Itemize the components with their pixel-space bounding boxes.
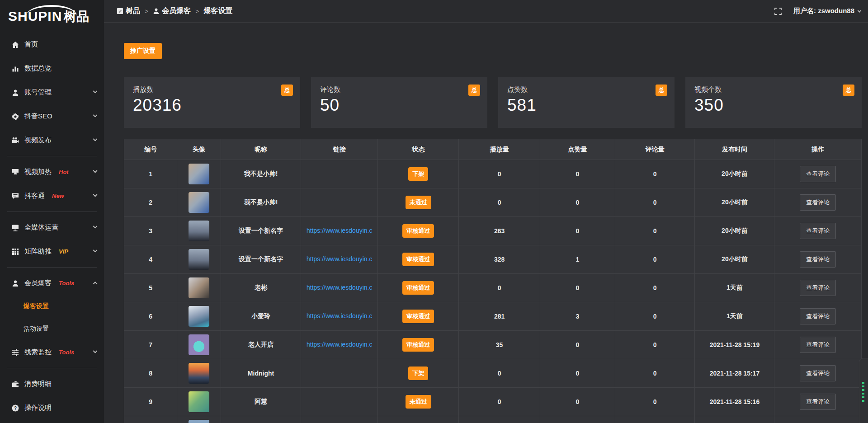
avatar [189,363,209,384]
video-camera-icon [12,137,19,144]
sidebar-item-video-publish[interactable]: 视频发布 [0,128,104,152]
sidebar-item-consumption-detail[interactable]: 消费明细 [0,372,104,396]
cell-publish-time: 2021-11-28 15:19 [695,331,774,359]
status-badge[interactable]: 下架 [408,167,428,181]
cell-comments: 0 [615,388,695,416]
divider [7,212,97,212]
cell-publish-time: 2021-11-28 15:17 [695,359,774,388]
sidebar-subitem-activity-settings[interactable]: 活动设置 [0,318,104,340]
cell-nickname: 阿慧 [221,388,301,416]
sidebar-item-douyin-seo[interactable]: 抖音SEO [0,104,104,128]
stat-label: 点赞数 [507,85,665,94]
username-label: 用户名: zswodun88 [793,7,854,15]
sidebar-item-matrix-boost[interactable]: 矩阵助推 VIP [0,240,104,263]
sidebar-item-omnimedia[interactable]: 全媒体运营 [0,216,104,240]
video-link[interactable]: https://www.iesdouyin.c [307,312,373,320]
cell-comments: 0 [615,160,695,188]
chevron-down-icon [93,248,98,253]
table-row: 1 我不是小帅! 下架 0 0 0 20小时前 查看评论 [124,160,862,188]
avatar [189,164,209,184]
cell-plays: 0 [459,359,540,388]
view-comments-button[interactable]: 查看评论 [800,365,836,381]
cell-comments: 0 [615,188,695,217]
sidebar-item-clue-monitor[interactable]: 线索监控 Tools [0,340,104,364]
stat-value: 581 [507,96,665,115]
bar-chart-icon [12,65,19,72]
view-comments-button[interactable]: 查看评论 [800,394,836,410]
cell-comments: 0 [615,274,695,302]
status-badge[interactable]: 审核通过 [402,224,434,238]
divider [7,368,97,368]
dock-strip [862,382,864,402]
sidebar-item-instructions[interactable]: ? 操作说明 [0,396,104,420]
cell-likes: 0 [540,160,615,188]
svg-text:?: ? [14,405,17,410]
monitor-icon [12,169,19,176]
video-link[interactable]: https://www.iesdouyin.c [307,255,373,263]
promo-settings-button[interactable]: 推广设置 [124,43,162,59]
col-likes: 点赞量 [540,139,615,160]
status-badge[interactable]: 下架 [408,367,428,380]
view-comments-button[interactable]: 查看评论 [800,308,836,324]
fullscreen-icon[interactable] [774,8,782,15]
status-badge[interactable]: 审核通过 [402,338,434,352]
cell-plays: 328 [459,245,540,274]
cell-likes: 1 [540,245,615,274]
sidebar-item-douketong[interactable]: 抖客通 New [0,184,104,208]
view-comments-button[interactable]: 查看评论 [800,280,836,296]
main-area: 树品 > 会员爆客 > 爆客设置 用户名: zswodun88 推广设置 [104,0,868,423]
sidebar-subitem-label: 活动设置 [24,325,49,333]
cell-nickname: 我不是小帅! [221,160,301,188]
breadcrumb-label: 爆客设置 [203,6,232,16]
avatar [189,249,209,270]
gear-icon [12,113,19,120]
cell-nickname [221,416,301,423]
total-badge: 总 [656,85,667,96]
status-badge[interactable]: 审核通过 [402,281,434,295]
col-comments: 评论量 [615,139,695,160]
video-link[interactable]: https://www.iesdouyin.c [307,227,373,234]
sidebar-item-account-manage[interactable]: 账号管理 [0,80,104,104]
breadcrumb-item-home[interactable]: 树品 [117,6,140,16]
user-menu[interactable]: 用户名: zswodun88 [793,7,861,15]
table-row: 4 设置一个新名字 https://www.iesdouyin.c 审核通过 3… [124,245,862,274]
video-link[interactable]: https://www.iesdouyin.c [307,341,373,348]
view-comments-button[interactable]: 查看评论 [800,337,836,353]
stat-label: 播放数 [133,85,291,94]
cell-likes: 0 [540,359,615,388]
total-badge: 总 [281,85,293,96]
member-icon [12,280,19,287]
cell-comments [615,416,695,423]
stat-cards: 播放数 20316 总 评论数 50 总 点赞数 581 总 视频个数 350 … [124,77,862,128]
col-id: 编号 [124,139,177,160]
sidebar-subitem-burst-settings[interactable]: 爆客设置 [0,295,104,318]
col-actions: 操作 [774,139,862,160]
video-link[interactable]: https://www.iesdouyin.c [307,284,373,291]
dock-widget[interactable] [859,358,868,423]
sidebar-item-label: 消费明细 [24,380,52,388]
view-comments-button[interactable]: 查看评论 [800,251,836,268]
sidebar-item-member-burst[interactable]: 会员爆客 Tools [0,271,104,295]
cell-id: 9 [124,388,177,416]
cell-id: 8 [124,359,177,388]
view-comments-button[interactable]: 查看评论 [800,223,836,239]
chevron-down-icon [858,9,861,12]
sidebar: SHUPIN树品 首页 数据总览 账号管理 抖音SEO 视频发布 [0,0,104,423]
tools-tag: Tools [59,280,74,287]
cell-nickname: 我不是小帅! [221,188,301,217]
status-badge[interactable]: 审核通过 [402,253,434,266]
table-row: 3 设置一个新名字 https://www.iesdouyin.c 审核通过 2… [124,217,862,245]
sidebar-item-video-heat[interactable]: 视频加热 Hot [0,160,104,184]
status-badge[interactable]: 审核通过 [402,310,434,323]
cell-id [124,416,177,423]
sidebar-item-data-overview[interactable]: 数据总览 [0,56,104,80]
sidebar-item-label: 全媒体运营 [24,223,58,232]
status-badge[interactable]: 未通过 [406,196,431,209]
view-comments-button[interactable]: 查看评论 [800,194,836,211]
col-plays: 播放量 [459,139,540,160]
status-badge[interactable]: 未通过 [406,395,431,409]
view-comments-button[interactable]: 查看评论 [800,166,836,182]
avatar [189,420,209,423]
breadcrumb-item-member-burst[interactable]: 会员爆客 [153,6,191,16]
sidebar-item-home[interactable]: 首页 [0,33,104,56]
